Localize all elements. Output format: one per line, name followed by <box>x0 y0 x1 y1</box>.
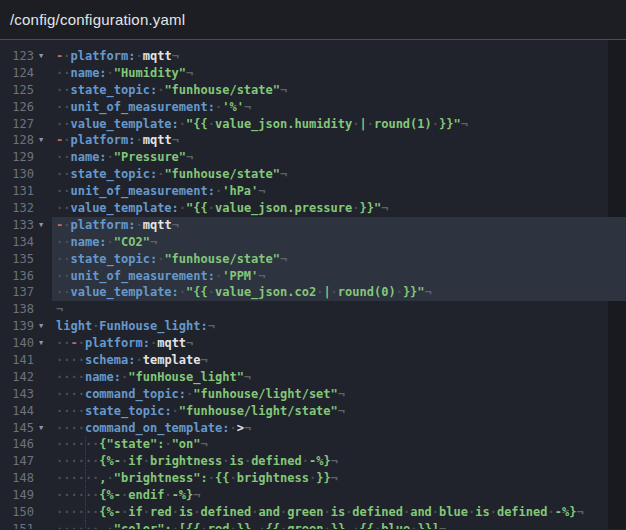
code-line[interactable]: 150······{%-·if·red·is·defined·and·green… <box>0 504 626 521</box>
code-line-content[interactable]: ······,·"color":·[{{·red·}},·{{·green·}}… <box>52 521 626 529</box>
line-number[interactable]: 123 <box>0 48 34 65</box>
code-line-content[interactable]: -·platform:·mqtt¬ <box>52 217 626 234</box>
code-line-background: ··value_template:·"{{·value_json.humidit… <box>52 116 626 133</box>
code-line-content[interactable]: ··unit_of_measurement:·'%'¬ <box>52 99 626 116</box>
fold-arrow-icon[interactable]: ▼ <box>34 318 48 335</box>
code-line-content[interactable]: ····command_topic:·"funhouse/light/set"¬ <box>52 386 626 403</box>
line-number[interactable]: 144 <box>0 403 34 420</box>
code-line[interactable]: 131··unit_of_measurement:·'hPa'¬ <box>0 183 626 200</box>
code-line[interactable]: 149······{%-·endif·-%}¬ <box>0 487 626 504</box>
code-line[interactable]: 126··unit_of_measurement:·'%'¬ <box>0 99 626 116</box>
line-number[interactable]: 134 <box>0 234 34 251</box>
code-line[interactable]: 146······{"state":·"on"¬ <box>0 436 626 453</box>
line-number[interactable]: 130 <box>0 166 34 183</box>
code-line[interactable]: 133▼-·platform:·mqtt¬ <box>0 217 626 234</box>
line-number[interactable]: 126 <box>0 99 34 116</box>
line-number[interactable]: 125 <box>0 82 34 99</box>
code-line[interactable]: 138¬ <box>0 301 626 318</box>
code-line[interactable]: 132··value_template:·"{{·value_json.pres… <box>0 200 626 217</box>
code-line-content[interactable]: ······{%-·if·red·is·defined·and·green·is… <box>52 504 626 521</box>
fold-arrow-icon[interactable]: ▼ <box>34 420 48 437</box>
line-number[interactable]: 131 <box>0 183 34 200</box>
code-line-content[interactable]: ··name:·"Humidity"¬ <box>52 65 626 82</box>
code-line-content[interactable]: ··name:·"CO2"¬ <box>52 234 626 251</box>
code-line[interactable]: 143····command_topic:·"funhouse/light/se… <box>0 386 626 403</box>
code-line[interactable]: 142····name:·"funHouse_light"¬ <box>0 369 626 386</box>
code-line[interactable]: 148······,·"brightness":·{{·brightness·}… <box>0 470 626 487</box>
code-line[interactable]: 147······{%-·if·brightness·is·defined·-%… <box>0 453 626 470</box>
line-number[interactable]: 141 <box>0 352 34 369</box>
line-number[interactable]: 149 <box>0 487 34 504</box>
token-atom: template <box>143 353 201 367</box>
code-line[interactable]: 135··state_topic:·"funhouse/state"¬ <box>0 251 626 268</box>
code-line[interactable]: 151······,·"color":·[{{·red·}},·{{·green… <box>0 521 626 529</box>
line-number[interactable]: 128 <box>0 132 34 149</box>
code-line-content[interactable]: ··value_template:·"{{·value_json.humidit… <box>52 116 626 133</box>
line-number[interactable]: 148 <box>0 470 34 487</box>
code-line-content[interactable]: ··state_topic:·"funhouse/state"¬ <box>52 82 626 99</box>
code-line[interactable]: 136··unit_of_measurement:·'PPM'¬ <box>0 268 626 285</box>
code-line-content[interactable]: ··unit_of_measurement:·'PPM'¬ <box>52 268 626 285</box>
line-number[interactable]: 143 <box>0 386 34 403</box>
line-number[interactable]: 135 <box>0 251 34 268</box>
code-line[interactable]: 123▼-·platform:·mqtt¬ <box>0 48 626 65</box>
code-line-content[interactable]: ······{%-·endif·-%}¬ <box>52 487 626 504</box>
line-number[interactable]: 137 <box>0 284 34 301</box>
code-line[interactable]: 145▼····command_on_template:·>¬ <box>0 420 626 437</box>
code-line-background: ······{%-·if·red·is·defined·and·green·is… <box>52 504 626 521</box>
fold-arrow-icon[interactable]: ▼ <box>34 132 48 149</box>
code-line-content[interactable]: light·FunHouse_light:¬ <box>52 318 626 335</box>
line-number[interactable]: 124 <box>0 65 34 82</box>
code-line-content[interactable]: -·platform:·mqtt¬ <box>52 132 626 149</box>
code-line-content[interactable]: ··value_template:·"{{·value_json.co2·|·r… <box>52 284 626 301</box>
code-line-background: ··value_template:·"{{·value_json.pressur… <box>52 200 626 217</box>
code-line-content[interactable]: ······{"state":·"on"¬ <box>52 436 626 453</box>
line-number[interactable]: 138 <box>0 301 34 318</box>
code-line-content[interactable]: ····schema:·template¬ <box>52 352 626 369</box>
code-line[interactable]: 127··value_template:·"{{·value_json.humi… <box>0 116 626 133</box>
code-line-content[interactable]: ··value_template:·"{{·value_json.pressur… <box>52 200 626 217</box>
code-editor[interactable]: 123▼-·platform:·mqtt¬124··name:·"Humidit… <box>0 40 626 529</box>
line-number[interactable]: 129 <box>0 149 34 166</box>
fold-arrow-icon[interactable]: ▼ <box>34 335 48 352</box>
code-line-content[interactable]: ····command_on_template:·>¬ <box>52 420 626 437</box>
code-line[interactable]: 140▼··-·platform:·mqtt¬ <box>0 335 626 352</box>
line-number[interactable]: 151 <box>0 521 34 529</box>
code-line[interactable]: 129··name:·"Pressure"¬ <box>0 149 626 166</box>
code-line[interactable]: 128▼-·platform:·mqtt¬ <box>0 132 626 149</box>
code-line-content[interactable]: ··unit_of_measurement:·'hPa'¬ <box>52 183 626 200</box>
code-line-content[interactable]: ····name:·"funHouse_light"¬ <box>52 369 626 386</box>
line-number[interactable]: 146 <box>0 436 34 453</box>
code-line-content[interactable]: ······{%-·if·brightness·is·defined·-%}¬ <box>52 453 626 470</box>
code-line-content[interactable]: ······,·"brightness":·{{·brightness·}}¬ <box>52 470 626 487</box>
code-line[interactable]: 139▼light·FunHouse_light:¬ <box>0 318 626 335</box>
line-number[interactable]: 147 <box>0 453 34 470</box>
code-line[interactable]: 141····schema:·template¬ <box>0 352 626 369</box>
fold-arrow-icon[interactable]: ▼ <box>34 48 48 65</box>
line-number[interactable]: 127 <box>0 116 34 133</box>
code-line-content[interactable]: ····state_topic:·"funhouse/light/state"¬ <box>52 403 626 420</box>
line-number[interactable]: 136 <box>0 268 34 285</box>
code-line[interactable]: 134··name:·"CO2"¬ <box>0 234 626 251</box>
line-number[interactable]: 142 <box>0 369 34 386</box>
code-line[interactable]: 124··name:·"Humidity"¬ <box>0 65 626 82</box>
line-number[interactable]: 132 <box>0 200 34 217</box>
token-eol: ¬ <box>172 49 179 63</box>
code-line[interactable]: 137··value_template:·"{{·value_json.co2·… <box>0 284 626 301</box>
line-number[interactable]: 139 <box>0 318 34 335</box>
line-number[interactable]: 150 <box>0 504 34 521</box>
line-number[interactable]: 133 <box>0 217 34 234</box>
code-line-content[interactable]: ··-·platform:·mqtt¬ <box>52 335 626 352</box>
code-line-content[interactable]: ··name:·"Pressure"¬ <box>52 149 626 166</box>
code-line-content[interactable]: ··state_topic:·"funhouse/state"¬ <box>52 166 626 183</box>
code-line[interactable]: 130··state_topic:·"funhouse/state"¬ <box>0 166 626 183</box>
code-line[interactable]: 125··state_topic:·"funhouse/state"¬ <box>0 82 626 99</box>
line-number[interactable]: 145 <box>0 420 34 437</box>
code-line-content[interactable]: ¬ <box>52 301 626 318</box>
code-line-content[interactable]: -·platform:·mqtt¬ <box>52 48 626 65</box>
line-number[interactable]: 140 <box>0 335 34 352</box>
code-line-content[interactable]: ··state_topic:·"funhouse/state"¬ <box>52 251 626 268</box>
code-line[interactable]: 144····state_topic:·"funhouse/light/stat… <box>0 403 626 420</box>
token-ws: · <box>208 117 215 131</box>
fold-arrow-icon[interactable]: ▼ <box>34 217 48 234</box>
